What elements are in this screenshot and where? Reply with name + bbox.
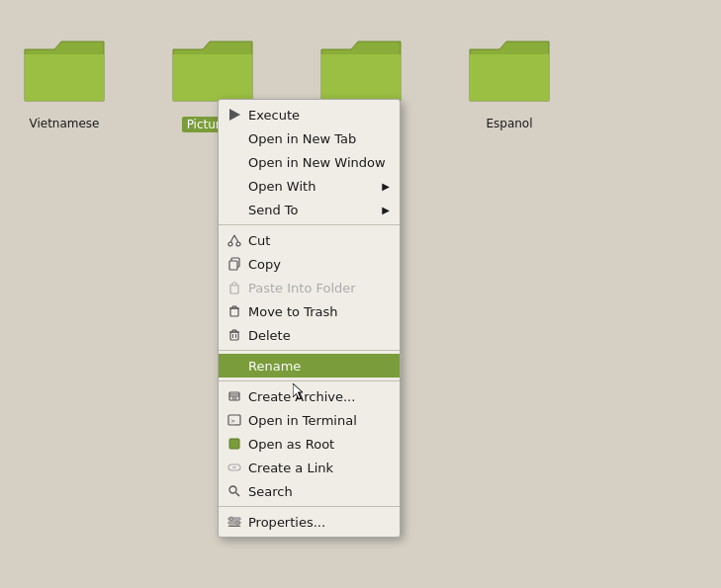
folder-label-vietnamese: Vietnamese: [29, 117, 99, 130]
folder-item-espanol[interactable]: Espanol: [465, 30, 554, 130]
menu-item-open-as-root[interactable]: Open as Root: [219, 432, 400, 456]
separator-3: [219, 380, 400, 381]
folder-icon-espanol: [465, 30, 554, 109]
send-to-icon: [226, 202, 242, 217]
svg-rect-34: [228, 526, 240, 527]
search-menu-icon: [226, 483, 242, 499]
menu-item-create-archive[interactable]: Create Archive...: [219, 384, 400, 408]
menu-item-copy-label: Copy: [248, 257, 390, 272]
menu-item-create-link-label: Create a Link: [248, 461, 390, 475]
svg-point-2: [236, 242, 240, 246]
menu-item-open-with-label: Open With: [248, 179, 376, 194]
open-with-icon: [226, 178, 242, 194]
folder-icon-pictures: [168, 30, 257, 109]
menu-item-rename-label: Rename: [248, 359, 390, 374]
svg-rect-36: [236, 521, 238, 525]
archive-icon: [226, 388, 242, 404]
folder-icon-3: [316, 30, 406, 109]
svg-rect-27: [229, 439, 239, 449]
menu-item-open-as-root-label: Open as Root: [248, 437, 390, 452]
svg-line-31: [236, 493, 240, 497]
context-menu: Execute Open in New Tab Open in New Wind…: [218, 99, 401, 538]
svg-point-1: [228, 242, 232, 246]
menu-item-rename[interactable]: Rename: [219, 354, 400, 378]
menu-item-properties[interactable]: Properties...: [219, 510, 400, 534]
menu-item-open-new-tab[interactable]: Open in New Tab: [219, 126, 400, 150]
execute-icon: [226, 107, 242, 123]
menu-item-open-terminal[interactable]: >_ Open in Terminal: [219, 408, 400, 432]
open-with-arrow: ▶: [382, 181, 390, 192]
menu-item-move-to-trash[interactable]: Move to Trash: [219, 299, 400, 323]
open-new-tab-icon: [226, 130, 242, 146]
svg-marker-0: [229, 109, 240, 121]
folder-icon-vietnamese: [20, 30, 109, 109]
svg-rect-35: [230, 517, 232, 521]
link-icon: [226, 460, 242, 475]
menu-item-send-to-label: Send To: [248, 203, 376, 217]
menu-item-delete-label: Delete: [248, 328, 390, 343]
send-to-arrow: ▶: [382, 205, 390, 215]
svg-line-3: [230, 235, 234, 242]
open-new-window-icon: [226, 154, 242, 170]
menu-item-open-new-window-label: Open in New Window: [248, 155, 390, 170]
separator-2: [219, 350, 400, 351]
svg-line-4: [234, 235, 238, 242]
svg-rect-8: [232, 283, 236, 286]
menu-item-cut-label: Cut: [248, 233, 390, 248]
svg-point-30: [229, 486, 236, 493]
svg-rect-6: [229, 261, 237, 270]
folder-item-vietnamese[interactable]: Vietnamese: [20, 30, 109, 130]
svg-rect-24: [232, 397, 236, 399]
menu-item-delete[interactable]: Delete: [219, 323, 400, 347]
menu-item-open-with[interactable]: Open With ▶: [219, 174, 400, 198]
svg-text:>_: >_: [230, 417, 239, 425]
svg-rect-9: [230, 308, 238, 316]
menu-item-paste-into-folder-label: Paste Into Folder: [248, 281, 390, 295]
menu-item-properties-label: Properties...: [248, 515, 390, 530]
root-icon: [226, 436, 242, 452]
delete-icon: [226, 327, 242, 343]
folder-label-espanol: Espanol: [486, 117, 532, 130]
rename-icon: [226, 358, 242, 374]
menu-item-open-new-tab-label: Open in New Tab: [248, 131, 390, 146]
menu-item-send-to[interactable]: Send To ▶: [219, 198, 400, 221]
menu-item-cut[interactable]: Cut: [219, 228, 400, 252]
menu-item-search[interactable]: Search: [219, 479, 400, 503]
menu-item-copy[interactable]: Copy: [219, 252, 400, 276]
menu-item-create-link[interactable]: Create a Link: [219, 456, 400, 479]
menu-item-execute-label: Execute: [248, 108, 390, 123]
cut-icon: [226, 232, 242, 248]
properties-icon: [226, 514, 242, 530]
menu-item-create-archive-label: Create Archive...: [248, 389, 390, 404]
terminal-icon: >_: [226, 412, 242, 428]
menu-item-paste-into-folder[interactable]: Paste Into Folder: [219, 276, 400, 299]
desktop: Vietnamese Picture...: [0, 0, 721, 588]
trash-icon: [226, 303, 242, 319]
menu-item-search-label: Search: [248, 484, 390, 499]
menu-item-open-new-window[interactable]: Open in New Window: [219, 150, 400, 174]
separator-1: [219, 224, 400, 225]
menu-item-execute[interactable]: Execute: [219, 103, 400, 126]
copy-icon: [226, 256, 242, 272]
svg-rect-14: [230, 332, 238, 340]
separator-4: [219, 506, 400, 507]
menu-item-open-terminal-label: Open in Terminal: [248, 413, 390, 428]
paste-icon: [226, 280, 242, 295]
menu-item-move-to-trash-label: Move to Trash: [248, 304, 390, 319]
